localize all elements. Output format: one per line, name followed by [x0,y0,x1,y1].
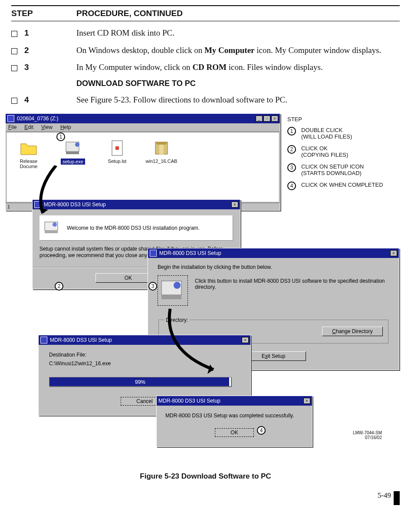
step-text: See Figure 5-23. Follow directions to do… [76,94,287,106]
folder-item[interactable]: Release Docume [12,139,46,169]
minimize-button[interactable]: _ [256,116,263,122]
step-number: 3 [24,62,76,73]
table-header: STEP PROCEDURE, CONTINUED [11,5,400,21]
step-number: 4 [24,94,76,106]
close-button[interactable]: × [271,116,278,122]
callout-2: 2 [55,282,63,291]
dialog-title: MDR-8000 DS3 USI Setup [159,250,221,256]
checkbox-icon [11,45,24,56]
svg-point-2 [75,142,79,147]
arrow-icon [161,304,235,383]
dialog-title: MDR-8000 DS3 USI Setup [158,398,220,404]
legend-item: 2 CLICK OK(COPYING FILES) [287,145,400,158]
legend-title: STEP [287,116,400,122]
step-circle-icon: 3 [287,163,296,172]
close-button[interactable]: × [231,202,238,208]
step-number: 2 [24,45,76,56]
cab-item[interactable]: win12_16.CAB [145,139,178,164]
menu-view[interactable]: View [41,124,53,130]
close-button[interactable]: × [390,250,397,256]
doc-reference: LMW-7044-SM07/16/02 [353,430,382,440]
svg-point-11 [174,282,181,289]
complete-text: MDR-8000 DS3 USI Setup was completed suc… [165,413,303,419]
svg-rect-4 [115,146,119,150]
titlebar[interactable]: 020604_0736 (Z:) _ ▫ × [6,114,280,123]
page-number: 5-49 [11,491,400,505]
step-row: 1 Insert CD ROM disk into PC. [11,27,400,39]
checkbox-icon [11,27,24,39]
step-circle-icon: 2 [287,145,296,154]
step-row: 4 See Figure 5-23. Follow directions to … [11,94,400,106]
callout-3: 3 [148,282,157,291]
legend-item: 3 CLICK ON SETUP ICON(STARTS DOWNLOAD) [287,163,400,176]
drive-icon [7,115,14,122]
step-number: 1 [24,27,76,39]
cabinet-icon [153,139,170,157]
arrow-icon [32,165,67,226]
begin-text: Begin the installation by clicking the b… [158,264,389,270]
checkbox-icon [11,94,24,106]
titlebar[interactable]: MDR-8000 DS3 USI Setup × [157,396,312,406]
setup-lst-item[interactable]: Setup.lst [100,139,134,164]
header-procedure: PROCEDURE, CONTINUED [76,9,183,18]
titlebar[interactable]: MDR-8000 DS3 USI Setup × [148,248,399,258]
legend-item: 1 DOUBLE CLICK(WILL LOAD FILES) [287,127,400,140]
document-icon [109,139,126,157]
setup-complete-dialog[interactable]: MDR-8000 DS3 USI Setup × MDR-8000 DS3 US… [156,396,312,447]
close-button[interactable]: × [303,398,310,404]
welcome-text: Welcome to the MDR-8000 DS3 USI installa… [67,225,200,231]
checkbox-icon [11,62,24,73]
step-row: 3 In My Computer window, click on CD ROM… [11,62,400,73]
menu-help[interactable]: Help [60,124,71,130]
svg-rect-1 [66,152,79,154]
callout-4: 4 [257,426,266,435]
file-label: win12_16.CAB [145,159,178,164]
legend-item: 4 CLICK OK WHEN COMPLETED [287,182,400,190]
close-button[interactable]: × [242,337,249,343]
file-label: Setup.lst [100,159,134,164]
step-row: 2 On Windows desktop, double click on My… [11,45,400,56]
maximize-button[interactable]: ▫ [263,116,270,122]
app-icon [150,250,157,257]
setup-exe-item[interactable]: setup.exe [56,139,90,165]
installer-icon [64,139,82,157]
install-button[interactable] [158,275,188,306]
menu-file[interactable]: File [8,124,16,130]
figure-caption: Figure 5-23 Download Software to PC [11,472,400,481]
menu-edit[interactable]: Edit [24,124,33,130]
app-icon [40,337,47,344]
step-text: In My Computer window, click on CD ROM i… [76,62,323,73]
change-directory-button[interactable]: Change Directory [322,327,383,336]
step-circle-icon: 1 [287,127,296,135]
header-step: STEP [11,9,76,18]
callout-1: 1 [56,132,65,141]
dialog-title: MDR-8000 DS3 USI Setup [50,337,112,343]
step-circle-icon: 4 [287,182,296,190]
ok-button[interactable]: OK [215,428,254,437]
file-label-selected: setup.exe [61,159,85,165]
svg-rect-9 [45,231,58,233]
window-title: 020604_0736 (Z:) [17,116,58,122]
figure-5-23: STEP 1 DOUBLE CLICK(WILL LOAD FILES) 2 C… [5,113,399,456]
svg-rect-12 [161,295,181,299]
step-legend: STEP 1 DOUBLE CLICK(WILL LOAD FILES) 2 C… [287,116,400,195]
folder-icon [20,139,37,157]
step-text: Insert CD ROM disk into PC. [76,27,174,39]
menubar[interactable]: File Edit View Help [6,123,280,132]
install-desc: Click this button to install MDR-8000 DS… [195,275,386,290]
step-text: On Windows desktop, double click on My C… [76,45,381,56]
subsection-title: DOWNLOAD SOFTWARE TO PC [76,79,400,88]
